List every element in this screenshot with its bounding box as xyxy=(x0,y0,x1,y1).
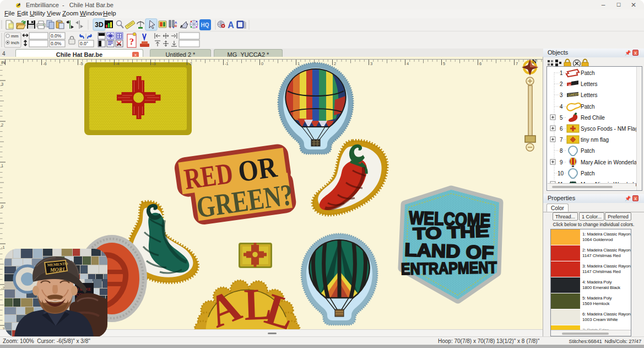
svg-text:inch: inch xyxy=(11,40,19,45)
svg-text:A: A xyxy=(228,20,234,30)
svg-text:-5: -5 xyxy=(79,61,83,66)
svg-text:tiny nm flag: tiny nm flag xyxy=(581,137,609,143)
svg-text:-1: -1 xyxy=(1,245,5,250)
svg-text:Patch: Patch xyxy=(581,148,595,154)
svg-text:3D: 3D xyxy=(95,21,104,29)
svg-text:-3: -3 xyxy=(152,61,156,66)
svg-text:Patch: Patch xyxy=(581,70,595,76)
svg-text:Patch: Patch xyxy=(581,170,595,176)
svg-text:5: 5 xyxy=(560,115,563,121)
svg-text:-6: -6 xyxy=(43,61,47,66)
svg-text:6: 6 xyxy=(560,126,563,132)
svg-text:3: 3 xyxy=(560,92,563,98)
svg-text:0: 0 xyxy=(261,61,263,66)
svg-text:Letters: Letters xyxy=(581,92,598,98)
svg-text:ENTRAPMENT: ENTRAPMENT xyxy=(401,258,497,278)
svg-text:1: 1 xyxy=(297,61,300,66)
svg-text:0.0%: 0.0% xyxy=(51,33,62,39)
svg-text:2: 2 xyxy=(334,61,336,66)
svg-text:3: 3 xyxy=(1,82,3,87)
svg-text:B: B xyxy=(175,24,177,28)
svg-text:9: 9 xyxy=(560,159,563,165)
svg-text:2: 2 xyxy=(1,122,3,127)
svg-text:HQ: HQ xyxy=(201,22,209,28)
svg-text:7: 7 xyxy=(560,137,563,143)
svg-text:Patch: Patch xyxy=(581,104,595,110)
svg-text:2: 2 xyxy=(560,81,563,87)
svg-text:8: 8 xyxy=(560,148,563,154)
svg-text:0.0%: 0.0% xyxy=(51,41,62,46)
svg-text:-4: -4 xyxy=(116,61,120,66)
svg-text:1: 1 xyxy=(1,163,3,168)
svg-text:4: 4 xyxy=(407,61,409,66)
svg-text:Letters: Letters xyxy=(581,81,598,87)
svg-text:6: 6 xyxy=(479,61,481,66)
svg-text:-1: -1 xyxy=(225,61,229,66)
svg-text:7: 7 xyxy=(516,61,518,66)
svg-text:4: 4 xyxy=(560,104,563,110)
svg-text:?: ? xyxy=(129,36,134,47)
svg-text:IN: IN xyxy=(1,60,6,65)
svg-text:1: 1 xyxy=(560,70,563,76)
svg-text:5: 5 xyxy=(443,61,445,66)
svg-text:0: 0 xyxy=(1,204,3,209)
svg-text:3: 3 xyxy=(370,61,372,66)
svg-text:Red Chile: Red Chile xyxy=(581,115,605,121)
svg-text:GREEN: GREEN xyxy=(568,93,580,97)
svg-text:MORI: MORI xyxy=(49,266,65,273)
svg-text:N: N xyxy=(532,58,537,65)
svg-text:0.0°: 0.0° xyxy=(80,41,88,46)
svg-text:10: 10 xyxy=(558,170,564,176)
svg-text:Mary Alice in Wonderlanc: Mary Alice in Wonderlanc xyxy=(581,159,642,165)
svg-text:-2: -2 xyxy=(188,61,192,66)
svg-text:mm: mm xyxy=(11,34,19,39)
svg-text:Sysco Foods - NM Flag: Sysco Foods - NM Flag xyxy=(581,126,638,132)
